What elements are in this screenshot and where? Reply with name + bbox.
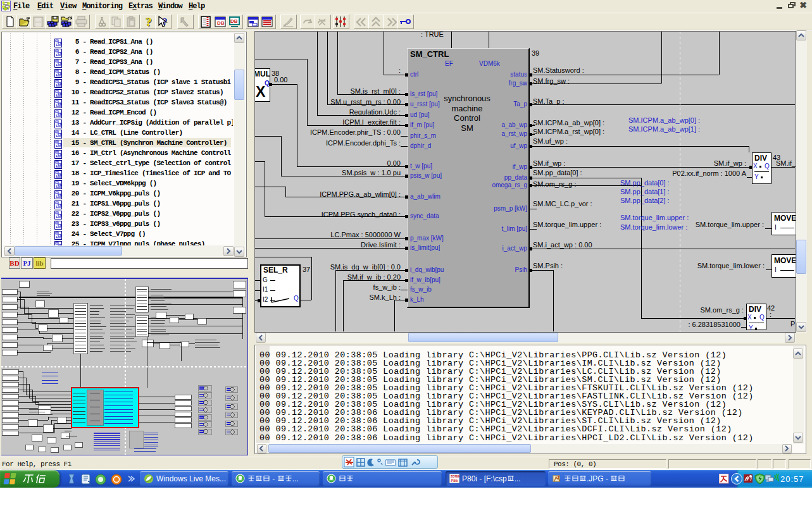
svg-text:?: ? xyxy=(163,16,168,27)
svg-text:DB: DB xyxy=(217,20,225,26)
svg-text:P80i: P80i xyxy=(451,479,459,483)
svg-text:DB: DB xyxy=(230,18,238,24)
svg-text:ZOTEK: ZOTEK xyxy=(451,475,459,478)
